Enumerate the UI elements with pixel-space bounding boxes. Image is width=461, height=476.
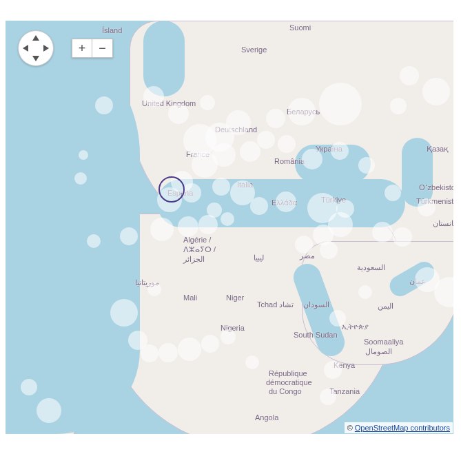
sea-black (295, 145, 371, 183)
zoom-in-button[interactable]: + (72, 39, 92, 58)
map-area[interactable]: ÍslandSuomiSverigeUnited KingdomDeutschl… (6, 21, 453, 434)
selection-ring[interactable] (158, 176, 185, 203)
sea-north (143, 21, 185, 96)
sea-atlantic (6, 21, 140, 434)
pan-right-icon[interactable] (43, 45, 49, 52)
pan-control (18, 30, 54, 66)
zoom-control: + − (72, 39, 113, 58)
map-attribution: © OpenStreetMap contributors (345, 422, 453, 433)
pan-down-icon[interactable] (32, 56, 39, 61)
attribution-prefix: © (347, 424, 355, 432)
country-label: Ísland (102, 26, 122, 34)
sea-mediterranean (157, 179, 405, 227)
zoom-out-button[interactable]: − (92, 39, 113, 58)
pan-left-icon[interactable] (23, 45, 28, 52)
attribution-link[interactable]: OpenStreetMap contributors (355, 424, 450, 432)
sea-caspian (402, 138, 433, 207)
pan-up-icon[interactable] (32, 35, 39, 41)
